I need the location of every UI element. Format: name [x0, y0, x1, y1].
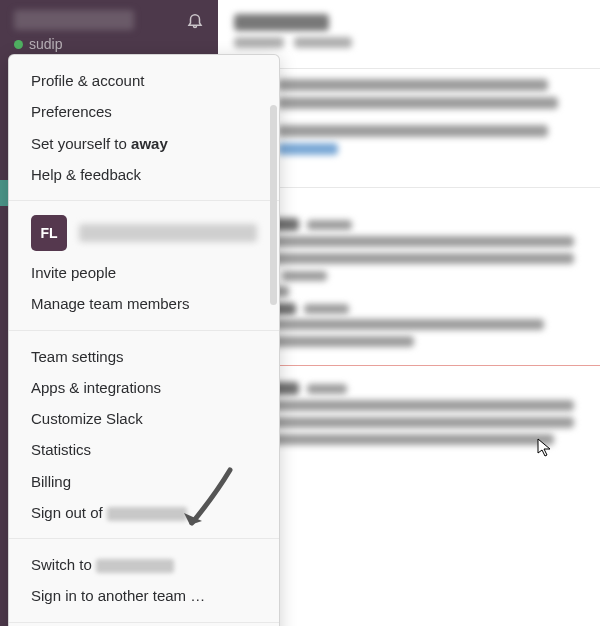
menu-item-help[interactable]: Help & feedback [9, 159, 279, 190]
menu-item-customize[interactable]: Customize Slack [9, 403, 279, 434]
menu-item-team-settings[interactable]: Team settings [9, 341, 279, 372]
scrollbar[interactable] [270, 105, 277, 305]
menu-separator [9, 330, 279, 331]
menu-item-profile[interactable]: Profile & account [9, 65, 279, 96]
menu-team-row[interactable]: FL [9, 211, 279, 257]
bell-icon[interactable] [186, 11, 204, 29]
redacted-team-name [107, 507, 187, 521]
menu-item-set-away[interactable]: Set yourself to away [9, 128, 279, 159]
menu-item-invite[interactable]: Invite people [9, 257, 279, 288]
team-name[interactable] [14, 10, 134, 30]
menu-label: Set yourself to [31, 135, 131, 152]
menu-item-billing[interactable]: Billing [9, 466, 279, 497]
menu-item-statistics[interactable]: Statistics [9, 434, 279, 465]
menu-item-manage-members[interactable]: Manage team members [9, 288, 279, 319]
menu-separator [9, 200, 279, 201]
redacted-team-name [96, 559, 174, 573]
presence-dot-icon [14, 40, 23, 49]
menu-item-sign-out[interactable]: Sign out of [9, 497, 279, 528]
team-menu: Profile & account Preferences Set yourse… [8, 54, 280, 626]
sidebar-header [0, 0, 218, 34]
menu-item-sign-in-another[interactable]: Sign in to another team … [9, 580, 279, 611]
team-badge-icon: FL [31, 215, 67, 251]
menu-label: Sign out of [31, 504, 107, 521]
username-label: sudip [29, 36, 62, 52]
menu-label: Switch to [31, 556, 96, 573]
menu-separator [9, 622, 279, 623]
menu-separator [9, 538, 279, 539]
menu-item-switch-team[interactable]: Switch to [9, 549, 279, 580]
menu-label-bold: away [131, 135, 168, 152]
menu-item-apps[interactable]: Apps & integrations [9, 372, 279, 403]
team-name-label [79, 224, 257, 242]
menu-item-preferences[interactable]: Preferences [9, 96, 279, 127]
